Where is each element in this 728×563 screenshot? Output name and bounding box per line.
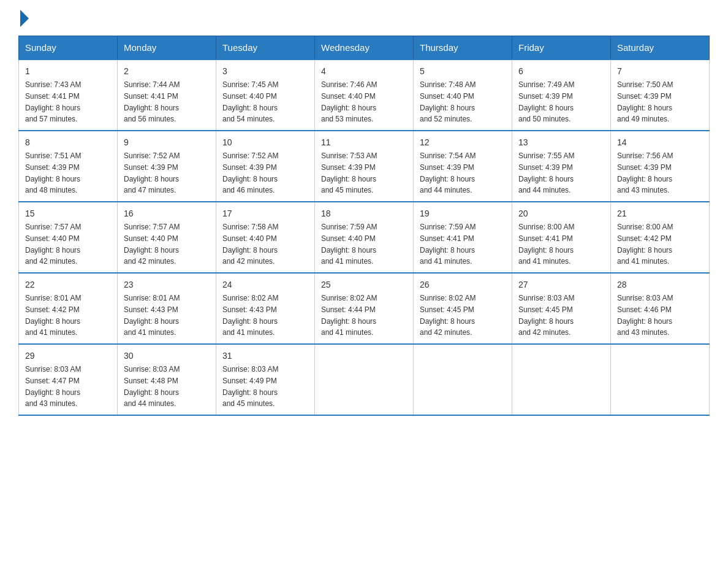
day-number: 5: [420, 65, 506, 78]
day-number: 13: [518, 136, 604, 149]
day-number: 11: [321, 136, 407, 149]
calendar-cell: 1Sunrise: 7:43 AMSunset: 4:41 PMDaylight…: [19, 59, 118, 131]
calendar-cell: 26Sunrise: 8:02 AMSunset: 4:45 PMDayligh…: [414, 273, 512, 344]
day-number: 22: [25, 278, 111, 291]
cell-info: Sunrise: 7:59 AMSunset: 4:41 PMDaylight:…: [420, 223, 476, 266]
calendar-cell: 9Sunrise: 7:52 AMSunset: 4:39 PMDaylight…: [118, 131, 216, 202]
calendar-week-row: 15Sunrise: 7:57 AMSunset: 4:40 PMDayligh…: [19, 202, 710, 273]
cell-info: Sunrise: 8:03 AMSunset: 4:46 PMDaylight:…: [617, 294, 673, 337]
cell-info: Sunrise: 8:00 AMSunset: 4:41 PMDaylight:…: [518, 223, 574, 266]
cell-info: Sunrise: 8:03 AMSunset: 4:47 PMDaylight:…: [25, 365, 81, 408]
calendar-cell: 13Sunrise: 7:55 AMSunset: 4:39 PMDayligh…: [512, 131, 611, 202]
cell-info: Sunrise: 7:55 AMSunset: 4:39 PMDaylight:…: [518, 151, 574, 194]
cell-info: Sunrise: 7:58 AMSunset: 4:40 PMDaylight:…: [222, 223, 278, 266]
logo-arrow-icon: [20, 10, 29, 27]
day-number: 30: [124, 350, 210, 362]
day-number: 20: [518, 207, 604, 220]
cell-info: Sunrise: 7:46 AMSunset: 4:40 PMDaylight:…: [321, 80, 377, 123]
calendar-cell: 15Sunrise: 7:57 AMSunset: 4:40 PMDayligh…: [19, 202, 118, 273]
day-number: 26: [420, 278, 506, 291]
calendar-week-row: 8Sunrise: 7:51 AMSunset: 4:39 PMDaylight…: [19, 131, 710, 202]
calendar-header-row: SundayMondayTuesdayWednesdayThursdayFrid…: [19, 36, 710, 60]
day-number: 27: [518, 278, 604, 291]
calendar-cell: [315, 344, 414, 415]
day-number: 3: [222, 65, 308, 78]
col-header-tuesday: Tuesday: [216, 36, 315, 60]
calendar-cell: 31Sunrise: 8:03 AMSunset: 4:49 PMDayligh…: [216, 344, 315, 415]
cell-info: Sunrise: 7:53 AMSunset: 4:39 PMDaylight:…: [321, 151, 377, 194]
day-number: 6: [518, 65, 604, 78]
cell-info: Sunrise: 7:51 AMSunset: 4:39 PMDaylight:…: [25, 151, 81, 194]
col-header-sunday: Sunday: [19, 36, 118, 60]
day-number: 25: [321, 278, 407, 291]
day-number: 2: [124, 65, 210, 78]
day-number: 10: [222, 136, 308, 149]
col-header-friday: Friday: [512, 36, 611, 60]
col-header-saturday: Saturday: [611, 36, 710, 60]
calendar-cell: 10Sunrise: 7:52 AMSunset: 4:39 PMDayligh…: [216, 131, 315, 202]
day-number: 19: [420, 207, 506, 220]
day-number: 16: [124, 207, 210, 220]
cell-info: Sunrise: 7:59 AMSunset: 4:40 PMDaylight:…: [321, 223, 377, 266]
calendar-week-row: 29Sunrise: 8:03 AMSunset: 4:47 PMDayligh…: [19, 344, 710, 415]
cell-info: Sunrise: 8:03 AMSunset: 4:49 PMDaylight:…: [222, 365, 278, 408]
calendar-cell: [611, 344, 710, 415]
calendar-cell: 2Sunrise: 7:44 AMSunset: 4:41 PMDaylight…: [118, 59, 216, 131]
cell-info: Sunrise: 7:57 AMSunset: 4:40 PMDaylight:…: [124, 223, 180, 266]
calendar-cell: [512, 344, 611, 415]
day-number: 8: [25, 136, 111, 149]
col-header-wednesday: Wednesday: [315, 36, 414, 60]
cell-info: Sunrise: 7:50 AMSunset: 4:39 PMDaylight:…: [617, 80, 673, 123]
cell-info: Sunrise: 7:57 AMSunset: 4:40 PMDaylight:…: [25, 223, 81, 266]
cell-info: Sunrise: 7:44 AMSunset: 4:41 PMDaylight:…: [124, 80, 180, 123]
cell-info: Sunrise: 7:52 AMSunset: 4:39 PMDaylight:…: [124, 151, 180, 194]
calendar-cell: 16Sunrise: 7:57 AMSunset: 4:40 PMDayligh…: [118, 202, 216, 273]
day-number: 12: [420, 136, 506, 149]
col-header-thursday: Thursday: [414, 36, 512, 60]
day-number: 23: [124, 278, 210, 291]
cell-info: Sunrise: 7:45 AMSunset: 4:40 PMDaylight:…: [222, 80, 278, 123]
calendar-cell: 12Sunrise: 7:54 AMSunset: 4:39 PMDayligh…: [414, 131, 512, 202]
cell-info: Sunrise: 7:48 AMSunset: 4:40 PMDaylight:…: [420, 80, 476, 123]
day-number: 9: [124, 136, 210, 149]
calendar-cell: 7Sunrise: 7:50 AMSunset: 4:39 PMDaylight…: [611, 59, 710, 131]
cell-info: Sunrise: 8:02 AMSunset: 4:44 PMDaylight:…: [321, 294, 377, 337]
calendar-cell: 21Sunrise: 8:00 AMSunset: 4:42 PMDayligh…: [611, 202, 710, 273]
col-header-monday: Monday: [118, 36, 216, 60]
day-number: 17: [222, 207, 308, 220]
cell-info: Sunrise: 7:43 AMSunset: 4:41 PMDaylight:…: [25, 80, 81, 123]
calendar-cell: 29Sunrise: 8:03 AMSunset: 4:47 PMDayligh…: [19, 344, 118, 415]
calendar-cell: 11Sunrise: 7:53 AMSunset: 4:39 PMDayligh…: [315, 131, 414, 202]
day-number: 4: [321, 65, 407, 78]
day-number: 31: [222, 350, 308, 362]
calendar-cell: 8Sunrise: 7:51 AMSunset: 4:39 PMDaylight…: [19, 131, 118, 202]
day-number: 21: [617, 207, 703, 220]
day-number: 15: [25, 207, 111, 220]
calendar-cell: 14Sunrise: 7:56 AMSunset: 4:39 PMDayligh…: [611, 131, 710, 202]
cell-info: Sunrise: 7:56 AMSunset: 4:39 PMDaylight:…: [617, 151, 673, 194]
logo: [18, 12, 29, 25]
calendar-cell: [414, 344, 512, 415]
day-number: 1: [25, 65, 111, 78]
calendar-cell: 18Sunrise: 7:59 AMSunset: 4:40 PMDayligh…: [315, 202, 414, 273]
cell-info: Sunrise: 7:52 AMSunset: 4:39 PMDaylight:…: [222, 151, 278, 194]
page-header: [18, 12, 710, 25]
calendar-cell: 30Sunrise: 8:03 AMSunset: 4:48 PMDayligh…: [118, 344, 216, 415]
cell-info: Sunrise: 8:03 AMSunset: 4:45 PMDaylight:…: [518, 294, 574, 337]
day-number: 18: [321, 207, 407, 220]
calendar-cell: 5Sunrise: 7:48 AMSunset: 4:40 PMDaylight…: [414, 59, 512, 131]
calendar-week-row: 1Sunrise: 7:43 AMSunset: 4:41 PMDaylight…: [19, 59, 710, 131]
cell-info: Sunrise: 8:01 AMSunset: 4:43 PMDaylight:…: [124, 294, 180, 337]
day-number: 29: [25, 350, 111, 362]
cell-info: Sunrise: 8:02 AMSunset: 4:43 PMDaylight:…: [222, 294, 278, 337]
cell-info: Sunrise: 8:03 AMSunset: 4:48 PMDaylight:…: [124, 365, 180, 408]
calendar-cell: 3Sunrise: 7:45 AMSunset: 4:40 PMDaylight…: [216, 59, 315, 131]
calendar-cell: 28Sunrise: 8:03 AMSunset: 4:46 PMDayligh…: [611, 273, 710, 344]
day-number: 14: [617, 136, 703, 149]
cell-info: Sunrise: 8:02 AMSunset: 4:45 PMDaylight:…: [420, 294, 476, 337]
calendar-cell: 27Sunrise: 8:03 AMSunset: 4:45 PMDayligh…: [512, 273, 611, 344]
day-number: 7: [617, 65, 703, 78]
calendar-cell: 4Sunrise: 7:46 AMSunset: 4:40 PMDaylight…: [315, 59, 414, 131]
cell-info: Sunrise: 8:00 AMSunset: 4:42 PMDaylight:…: [617, 223, 673, 266]
calendar-cell: 25Sunrise: 8:02 AMSunset: 4:44 PMDayligh…: [315, 273, 414, 344]
